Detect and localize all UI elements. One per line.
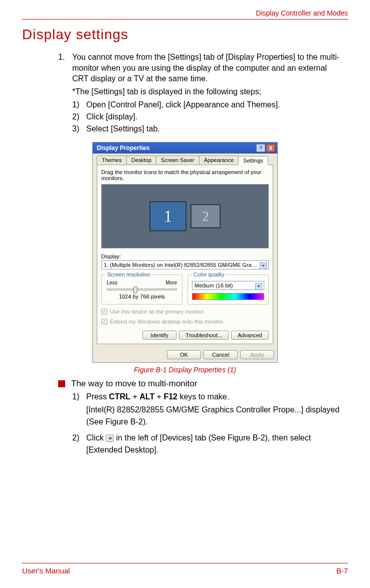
list-item: 3) Select [Settings] tab.: [72, 123, 344, 135]
list-item: 1) Press CTRL + ALT + F12 keys to make. …: [72, 391, 344, 428]
key-f12: F12: [163, 392, 177, 401]
display-select[interactable]: 1. (Multiple Monitors) on Intel(R) 82852…: [101, 260, 269, 269]
text-fragment: Press: [86, 392, 109, 401]
header-rule: [22, 19, 348, 20]
tab-screensaver[interactable]: Screen Saver: [156, 156, 200, 165]
tab-settings[interactable]: Settings: [238, 156, 268, 165]
monitor-2[interactable]: 2: [191, 204, 221, 228]
monitor-1[interactable]: 1: [149, 201, 187, 231]
figure-caption: Figure B-1 Display Properties (1): [22, 366, 348, 374]
text-fragment: +: [154, 392, 163, 401]
extend-desktop-checkbox-row: ✓ Extend my Windows desktop onto this mo…: [101, 319, 269, 325]
list-text: You cannot move from the [Settings] tab …: [72, 52, 344, 84]
list-number: 1): [72, 99, 86, 111]
footer-right: B-7: [336, 566, 348, 575]
note-text: *The [Settings] tab is displayed in the …: [72, 86, 344, 97]
list-item: 2) Click [display].: [72, 111, 344, 123]
list-number: 1.: [58, 52, 72, 84]
color-gradient: [192, 293, 264, 300]
tab-desktop[interactable]: Desktop: [126, 156, 156, 165]
color-quality-group: Color quality Medium (16 bit): [188, 274, 269, 305]
checkbox-icon: ✓: [101, 319, 107, 325]
resolution-value: 1024 by 768 pixels: [106, 293, 178, 300]
display-properties-dialog: Display Properties ? X Themes Desktop Sc…: [92, 142, 278, 363]
identify-button[interactable]: Identify: [142, 331, 176, 340]
checkbox-icon: ✓: [101, 309, 107, 315]
footer-rule: [22, 563, 348, 563]
apply-button[interactable]: Apply: [240, 350, 274, 359]
primary-monitor-checkbox-row: ✓ Use this device as the primary monitor…: [101, 309, 269, 315]
slider-less-label: Less: [107, 280, 117, 285]
text-fragment: in the left of [Devices] tab (See Figure…: [86, 433, 311, 454]
dropdown-arrow-icon: [106, 434, 114, 442]
list-number: 2): [72, 432, 86, 456]
dialog-tabs: Themes Desktop Screen Saver Appearance S…: [97, 156, 273, 165]
screen-resolution-group: Screen resolution Less More 1024 by 768 …: [101, 274, 182, 305]
list-number: 1): [72, 391, 86, 428]
list-text: Select [Settings] tab.: [86, 123, 344, 135]
help-button[interactable]: ?: [256, 144, 265, 152]
list-number: 2): [72, 111, 86, 123]
list-text: Open [Control Panel], click [Appearance …: [86, 99, 344, 111]
list-text: Click in the left of [Devices] tab (See …: [86, 432, 344, 456]
page-title: Display settings: [22, 27, 348, 43]
list-item: 1. You cannot move from the [Settings] t…: [58, 52, 344, 84]
slider-more-label: More: [165, 280, 177, 285]
list-text: Click [display].: [86, 111, 344, 123]
close-button[interactable]: X: [266, 144, 275, 152]
extend-desktop-label: Extend my Windows desktop onto this moni…: [110, 319, 224, 325]
primary-monitor-label: Use this device as the primary monitor.: [110, 309, 205, 315]
cancel-button[interactable]: Cancel: [204, 350, 238, 359]
display-label: Display:: [101, 253, 269, 259]
key-ctrl: CTRL: [109, 392, 130, 401]
list-item: 1) Open [Control Panel], click [Appearan…: [72, 99, 344, 111]
bullet-icon: [58, 380, 65, 387]
resolution-slider[interactable]: [107, 288, 177, 290]
page-footer: User's Manual B-7: [22, 563, 348, 575]
dialog-title: Display Properties: [97, 144, 255, 152]
text-fragment: Click: [86, 433, 106, 442]
text-fragment: [Intel(R) 82852/82855 GM/GME Graphics Co…: [86, 404, 344, 428]
list-item: 2) Click in the left of [Devices] tab (S…: [72, 432, 344, 456]
tab-panel-settings: Drag the monitor icons to match the phys…: [97, 165, 273, 344]
text-fragment: +: [130, 392, 139, 401]
screen-resolution-legend: Screen resolution: [106, 271, 152, 277]
text-fragment: keys to make.: [177, 392, 229, 401]
instruction-text: Drag the monitor icons to match the phys…: [101, 169, 269, 181]
bullet-heading: The way to move to multi-monitor: [71, 379, 197, 389]
color-quality-select[interactable]: Medium (16 bit): [192, 281, 264, 290]
key-alt: ALT: [139, 392, 154, 401]
tab-themes[interactable]: Themes: [97, 156, 127, 165]
list-text: Press CTRL + ALT + F12 keys to make. [In…: [86, 391, 344, 428]
color-quality-legend: Color quality: [192, 271, 226, 277]
slider-thumb[interactable]: [133, 286, 137, 293]
tab-appearance[interactable]: Appearance: [199, 156, 239, 165]
troubleshoot-button[interactable]: Troubleshoot...: [179, 331, 229, 340]
bullet-heading-row: The way to move to multi-monitor: [58, 379, 344, 389]
advanced-button[interactable]: Advanced: [231, 331, 269, 340]
monitor-arrangement[interactable]: 1 2: [101, 184, 269, 248]
header-section: Display Controller and Modes: [22, 9, 348, 17]
footer-left: User's Manual: [22, 566, 70, 575]
list-number: 3): [72, 123, 86, 135]
dialog-titlebar: Display Properties ? X: [93, 142, 277, 154]
ok-button[interactable]: OK: [167, 350, 201, 359]
